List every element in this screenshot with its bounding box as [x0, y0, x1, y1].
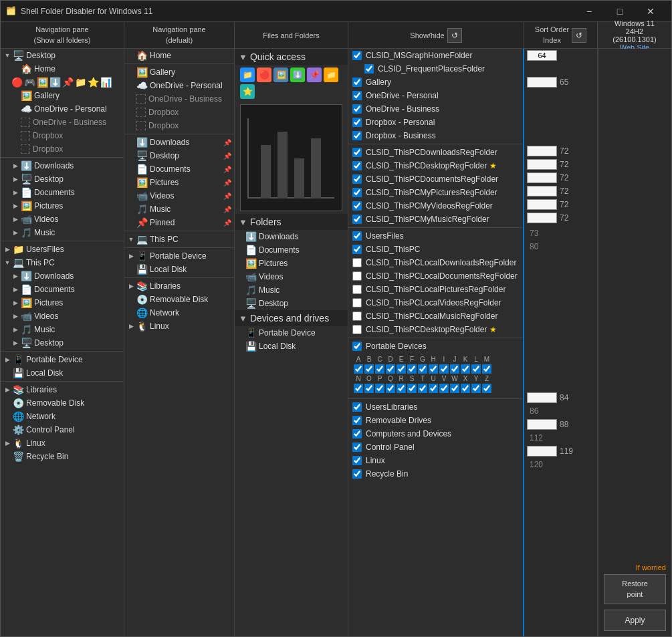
nav-thispc-videos[interactable]: ▶ 📹 Videos: [1, 309, 124, 323]
ff-downloads[interactable]: ⬇️ Downloads: [235, 230, 348, 243]
sh-msgraph-check[interactable]: [352, 51, 362, 60]
nav-libraries[interactable]: ▶ 📚 Libraries: [1, 383, 124, 396]
sh-removable-check[interactable]: [352, 416, 362, 425]
showhide-refresh-button[interactable]: ↺: [447, 28, 462, 43]
ff-localdisk[interactable]: 💾 Local Disk: [235, 340, 348, 353]
nav2-music[interactable]: 🎵 Music 📌: [124, 203, 234, 216]
nav2-gallery[interactable]: 🖼️ Gallery: [124, 66, 234, 79]
alpha-S[interactable]: [407, 384, 417, 393]
nav-localdisk[interactable]: 💾 Local Disk: [1, 366, 124, 380]
nav-gallery[interactable]: 🖼️ Gallery: [1, 89, 124, 102]
section-folders[interactable]: ▼ Folders: [235, 214, 348, 230]
nav2-downloads[interactable]: ⬇️ Downloads 📌: [124, 136, 234, 149]
sh-thispc[interactable]: CLSID_ThisPC: [348, 243, 523, 256]
sh-docs-reg-check[interactable]: [352, 174, 362, 184]
sh-local-dl-check[interactable]: [352, 258, 362, 267]
nav-documents[interactable]: ▶ 📄 Documents: [1, 186, 124, 199]
sh-recyclebin-check[interactable]: [352, 469, 362, 479]
alpha-A[interactable]: [354, 364, 363, 374]
sh-onedrive-b[interactable]: OneDrive - Business: [348, 102, 523, 116]
nav-desktop2[interactable]: ▶ 🖥️ Desktop: [1, 172, 124, 186]
nav-home[interactable]: 🏠 Home: [1, 62, 124, 76]
alpha-R[interactable]: [397, 384, 406, 393]
sh-usersfiles-check[interactable]: [352, 231, 362, 241]
nav2-documents[interactable]: 📄 Documents 📌: [124, 162, 234, 176]
sh-music-reg[interactable]: CLSID_ThisPCMyMusicRegFolder: [348, 213, 523, 226]
alpha-V[interactable]: [439, 384, 449, 393]
sort-desktop-input[interactable]: [527, 159, 557, 170]
sh-removable-drives[interactable]: Removable Drives: [348, 414, 523, 427]
sh-local-dl[interactable]: CLSID_ThisPCLocalDownloadsRegFolder: [348, 256, 523, 269]
sh-msgraph[interactable]: CLSID_MSGraphHomeFolder: [348, 49, 523, 62]
sh-dropbox-b-check[interactable]: [352, 131, 362, 140]
nav-downloads[interactable]: ▶ ⬇️ Downloads: [1, 159, 124, 172]
nav2-removable[interactable]: 💿 Removable Disk: [124, 293, 234, 306]
ff-pictures[interactable]: 🖼️ Pictures: [235, 257, 348, 270]
sh-recyclebin[interactable]: Recycle Bin: [348, 467, 523, 481]
sh-cp-check[interactable]: [352, 442, 362, 452]
alpha-I[interactable]: [439, 364, 449, 374]
sh-onedrive-b-check[interactable]: [352, 104, 362, 114]
sort-userslibs-input[interactable]: [527, 392, 557, 403]
nav2-thispc[interactable]: ▼ 💻 This PC: [124, 233, 234, 246]
nav-portable[interactable]: ▶ 📱 Portable Device: [1, 353, 124, 366]
sort-linux-input[interactable]: [527, 446, 557, 457]
sh-local-docs-check[interactable]: [352, 271, 362, 281]
sh-dl-reg-check[interactable]: [352, 148, 362, 157]
alpha-K[interactable]: [461, 364, 470, 374]
sh-freq-check[interactable]: [364, 64, 374, 74]
sh-local-vids-check[interactable]: [352, 298, 362, 307]
sh-docs-reg[interactable]: CLSID_ThisPCDocumentsRegFolder: [348, 172, 523, 186]
sh-freq[interactable]: CLSID_FrequentPlacesFolder: [348, 62, 523, 76]
sort-computers-input[interactable]: [527, 419, 557, 430]
sh-linux[interactable]: Linux: [348, 454, 523, 467]
nav-dropbox1[interactable]: Dropbox: [1, 129, 124, 142]
sh-local-vids[interactable]: CLSID_ThisPCLocalVideosRegFolder: [348, 296, 523, 309]
minimize-button[interactable]: −: [574, 1, 604, 22]
ff-documents[interactable]: 📄 Documents: [235, 243, 348, 257]
sh-pics-reg-check[interactable]: [352, 188, 362, 197]
alpha-U[interactable]: [429, 384, 438, 393]
sh-local-pics[interactable]: CLSID_ThisPCLocalPicturesRegFolder: [348, 283, 523, 296]
nav-linux[interactable]: ▶ 🐧 Linux: [1, 436, 124, 450]
sh-dl-reg[interactable]: CLSID_ThisPCDownloadsRegFolder: [348, 146, 523, 159]
sh-desktop-reg2-check[interactable]: [352, 325, 362, 334]
nav2-dropbox2[interactable]: Dropbox: [124, 119, 234, 132]
alpha-P[interactable]: [375, 384, 384, 393]
nav-onedrive-business[interactable]: OneDrive - Business: [1, 116, 124, 129]
sh-local-music[interactable]: CLSID_ThisPCLocalMusicRegFolder: [348, 309, 523, 323]
sh-desktop-reg2[interactable]: CLSID_ThisPCDesktopRegFolder ★: [348, 323, 523, 336]
nav2-videos[interactable]: 📹 Videos 📌: [124, 189, 234, 203]
apply-button[interactable]: Apply: [604, 610, 666, 631]
sortorder-refresh-button[interactable]: ↺: [572, 28, 586, 43]
sh-local-pics-check[interactable]: [352, 285, 362, 294]
alpha-O[interactable]: [364, 384, 374, 393]
nav-desktop[interactable]: ▼ 🖥️ Desktop: [1, 49, 124, 62]
sort-dl-input[interactable]: [527, 146, 557, 156]
nav-thispc-music[interactable]: ▶ 🎵 Music: [1, 323, 124, 336]
alpha-Y[interactable]: [471, 384, 481, 393]
alpha-G[interactable]: [418, 364, 427, 374]
section-devices[interactable]: ▼ Devices and drives: [235, 310, 348, 326]
sort-vids-input[interactable]: [527, 199, 557, 210]
sh-onedrive-p-check[interactable]: [352, 91, 362, 100]
nav-dropbox2[interactable]: Dropbox: [1, 142, 124, 156]
nav-videos[interactable]: ▶ 📹 Videos: [1, 213, 124, 226]
ff-portable[interactable]: 📱 Portable Device: [235, 326, 348, 340]
alpha-C[interactable]: [375, 364, 384, 374]
sh-controlpanel[interactable]: Control Panel: [348, 440, 523, 454]
nav2-dropbox1[interactable]: Dropbox: [124, 106, 234, 119]
alpha-F[interactable]: [407, 364, 417, 374]
sh-vids-reg-check[interactable]: [352, 201, 362, 211]
sh-local-music-check[interactable]: [352, 311, 362, 321]
sh-computers-devices[interactable]: Computers and Devices: [348, 427, 523, 440]
alpha-J[interactable]: [450, 364, 459, 374]
nav2-pinned[interactable]: 📌 Pinned 📌: [124, 216, 234, 229]
alpha-T[interactable]: [418, 384, 427, 393]
nav2-desktop[interactable]: 🖥️ Desktop 📌: [124, 149, 234, 162]
nav2-localdisk[interactable]: 💾 Local Disk: [124, 263, 234, 276]
nav-thispc[interactable]: ▼ 💻 This PC: [1, 256, 124, 269]
sh-userslibs-check[interactable]: [352, 402, 362, 412]
alpha-M[interactable]: [482, 364, 491, 374]
alpha-E[interactable]: [397, 364, 406, 374]
